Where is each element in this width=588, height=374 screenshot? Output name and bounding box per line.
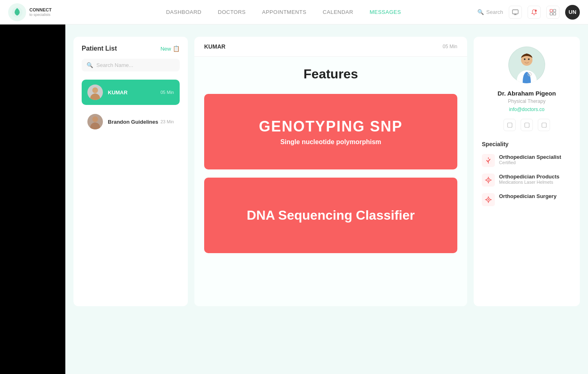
svg-rect-11 (553, 13, 556, 15)
svg-rect-24 (542, 123, 546, 127)
feature-card-genotyping[interactable]: GENOTYPING SNP Single nucleotide polymor… (204, 94, 457, 169)
feature-card-title-2: DNA Sequencing Classifier (247, 207, 414, 224)
patient-name-brandon: Brandon Guidelines (108, 119, 160, 125)
patient-avatar-kumar (87, 85, 103, 100)
spec-icon-3 (482, 193, 495, 206)
patient-panel: Patient List New 📋 🔍 Search Name... KUMA… (74, 37, 188, 306)
feature-card-dna[interactable]: DNA Sequencing Classifier (204, 178, 457, 253)
search-label: Search (486, 9, 503, 15)
speciality-title: Speciality (482, 141, 572, 147)
notification-icon[interactable] (528, 6, 541, 19)
doctor-action-3[interactable] (538, 119, 550, 131)
nav-dashboard[interactable]: DASHBOARD (166, 9, 202, 15)
svg-rect-23 (525, 123, 529, 127)
svg-rect-8 (550, 9, 552, 12)
svg-rect-4 (512, 10, 518, 14)
patient-name-kumar: KUMAR (108, 89, 160, 96)
search-box[interactable]: 🔍 Search (477, 9, 503, 15)
svg-point-21 (528, 58, 530, 60)
spec-icon-2 (482, 174, 495, 187)
doctor-avatar (508, 47, 545, 83)
svg-point-12 (92, 87, 98, 93)
nav-doctors[interactable]: DOCTORS (218, 9, 246, 15)
user-avatar[interactable]: UN (565, 5, 580, 20)
spec-sub-2: Medications Laser Helmets (499, 180, 559, 185)
chat-patient-name: KUMAR (204, 43, 225, 50)
svg-point-15 (92, 116, 98, 122)
spec-name-3: Orthopedician Surgery (499, 193, 557, 199)
svg-rect-22 (508, 123, 512, 127)
search-icon: 🔍 (477, 9, 484, 15)
logo-text: CONNECT to specialists (29, 7, 51, 17)
patient-time-kumar: 05 Min (160, 90, 174, 95)
doctor-action-1[interactable] (503, 119, 516, 131)
nav-calendar[interactable]: CALENDAR (323, 9, 353, 15)
panel-header: Patient List New 📋 (82, 45, 180, 52)
feature-card-subtitle-1: Single nucleotide polymorphism (280, 138, 381, 146)
nav-appointments[interactable]: APPOINTMENTS (262, 9, 307, 15)
spec-item-3: Orthopedician Surgery (482, 193, 572, 206)
left-sidebar (0, 0, 65, 374)
new-badge[interactable]: New 📋 (160, 45, 180, 52)
svg-point-35 (488, 199, 489, 200)
spec-name-1: Orthopedician Specialist (499, 154, 561, 160)
header-right: 🔍 Search UN (477, 5, 580, 20)
svg-point-13 (90, 94, 100, 100)
chat-header: KUMAR 05 Min (194, 37, 467, 57)
main-nav: DASHBOARD DOCTORS APPOINTMENTS CALENDAR … (90, 9, 477, 15)
spec-item-1: Orthopedician Specialist Certified (482, 154, 572, 167)
patient-item-kumar[interactable]: KUMAR 05 Min (82, 80, 180, 105)
doctor-specialty: Physical Therapy (482, 98, 572, 104)
header: CONNECT to specialists DASHBOARD DOCTORS… (0, 0, 588, 24)
doctor-action-2[interactable] (521, 119, 533, 131)
patient-item-brandon[interactable]: Brandon Guidelines 23 Min (82, 109, 180, 134)
patient-time-brandon: 23 Min (160, 119, 174, 124)
add-icon: 📋 (173, 45, 180, 52)
svg-point-7 (535, 9, 537, 11)
features-title: Features (204, 67, 457, 82)
spec-icon-1 (482, 154, 495, 167)
svg-point-16 (90, 122, 100, 129)
svg-point-28 (488, 180, 489, 181)
doctor-panel: Dr. Abraham Pigeon Physical Therapy info… (474, 37, 580, 306)
spec-item-2: Orthopedician Products Medications Laser… (482, 174, 572, 187)
svg-point-20 (524, 58, 526, 60)
doctor-name: Dr. Abraham Pigeon (482, 90, 572, 97)
doctor-avatar-wrap (482, 47, 572, 83)
svg-rect-9 (553, 9, 556, 12)
spec-sub-1: Certified (499, 160, 561, 165)
feature-card-title-1: GENOTYPING SNP (259, 118, 403, 135)
monitor-icon[interactable] (509, 6, 522, 19)
nav-messages[interactable]: MESSAGES (370, 9, 401, 15)
chat-panel: KUMAR 05 Min Features GENOTYPING SNP Sin… (194, 37, 467, 306)
search-placeholder: Search Name... (96, 62, 133, 68)
svg-rect-10 (550, 13, 552, 15)
logo-area: CONNECT to specialists (8, 3, 74, 21)
doctor-email[interactable]: info@doctors.co (482, 107, 572, 112)
spec-name-2: Orthopedician Products (499, 174, 559, 180)
doctor-actions (482, 119, 572, 131)
chat-time: 05 Min (443, 44, 457, 49)
logo-icon (8, 3, 26, 21)
patient-search[interactable]: 🔍 Search Name... (82, 59, 180, 71)
grid-icon[interactable] (546, 6, 559, 19)
panel-title: Patient List (82, 45, 117, 52)
patient-avatar-brandon (87, 114, 103, 129)
search-icon-small: 🔍 (87, 62, 93, 68)
main-content: Patient List New 📋 🔍 Search Name... KUMA… (0, 24, 588, 374)
chat-body: Features GENOTYPING SNP Single nucleotid… (194, 57, 467, 306)
